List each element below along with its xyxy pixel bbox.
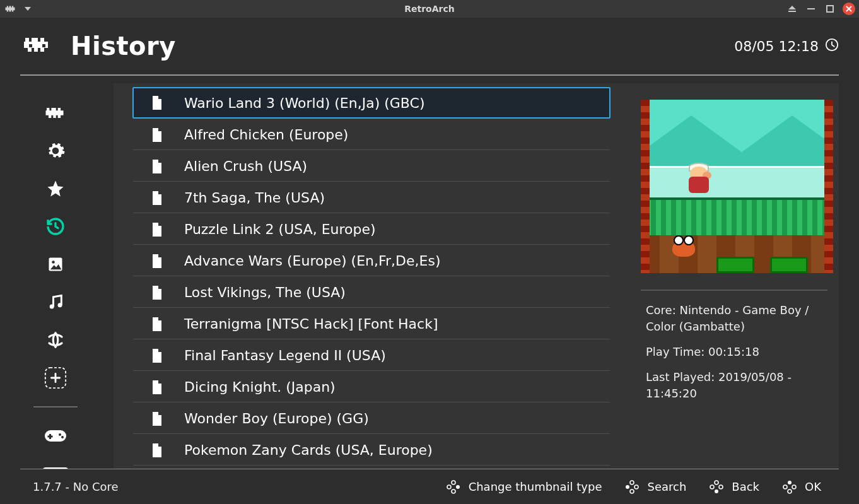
- svg-point-21: [456, 485, 460, 489]
- svg-point-34: [788, 489, 792, 493]
- file-icon: [151, 286, 163, 300]
- history-row-label: 7th Saga, The (USA): [184, 190, 325, 206]
- history-row-label: Wonder Boy (Europe) (GG): [184, 411, 369, 426]
- svg-point-32: [783, 485, 787, 489]
- detail-playtime: Play Time: 00:15:18: [646, 344, 822, 360]
- detail-lastplayed: Last Played: 2019/05/08 - 11:45:20: [646, 369, 822, 402]
- header: History 08/05 12:18: [20, 18, 839, 74]
- svg-rect-3: [42, 44, 45, 47]
- page-title: History: [71, 32, 176, 61]
- sidebar-item-history[interactable]: [37, 217, 74, 236]
- window-title: RetroArch: [0, 4, 859, 14]
- sidebar-item-main-menu[interactable]: [37, 103, 74, 122]
- history-row[interactable]: Terranigma [NTSC Hack] [Font Hack]: [132, 308, 611, 339]
- action-label: Change thumbnail type: [469, 480, 602, 493]
- svg-point-28: [710, 485, 714, 489]
- svg-point-19: [452, 481, 455, 484]
- history-row[interactable]: Alfred Chicken (Europe): [132, 119, 611, 150]
- titlebar-up-icon[interactable]: [786, 3, 798, 15]
- file-icon: [151, 160, 163, 173]
- svg-point-31: [788, 481, 792, 484]
- svg-point-6: [52, 261, 55, 264]
- maximize-icon[interactable]: [824, 3, 836, 15]
- sidebar-item-images[interactable]: [37, 255, 74, 274]
- details-panel: Core: Nintendo - Game Boy / Color (Gamba…: [629, 83, 839, 469]
- sidebar-playlist-handheld[interactable]: [37, 464, 74, 469]
- retroarch-logo-icon: [20, 33, 54, 59]
- file-icon: [151, 317, 163, 331]
- svg-point-8: [57, 303, 62, 307]
- history-row[interactable]: Puzzle Link 2 (USA, Europe): [132, 213, 611, 245]
- detail-core: Core: Nintendo - Game Boy / Color (Gamba…: [646, 302, 822, 335]
- thumbnail: [641, 100, 833, 273]
- svg-point-29: [719, 485, 723, 489]
- svg-point-14: [61, 436, 64, 438]
- history-row-label: Wario Land 3 (World) (En,Ja) (GBC): [184, 95, 425, 111]
- history-row-label: Lost Vikings, The (USA): [184, 284, 346, 300]
- history-row[interactable]: Wario Land 3 (World) (En,Ja) (GBC): [132, 87, 611, 119]
- history-row-label: Pokemon Zany Cards (USA, Europe): [184, 442, 433, 458]
- svg-point-24: [626, 485, 629, 489]
- history-row[interactable]: Dicing Knight. (Japan): [132, 371, 611, 402]
- svg-point-25: [634, 485, 638, 489]
- sidebar-item-netplay[interactable]: [37, 331, 74, 349]
- svg-rect-12: [47, 436, 52, 438]
- file-icon: [151, 128, 163, 142]
- action-ok[interactable]: OK: [782, 479, 821, 495]
- clock-icon: [825, 38, 839, 55]
- sidebar-item-add[interactable]: [37, 368, 74, 387]
- main-panel: Wario Land 3 (World) (En,Ja) (GBC)Alfred…: [114, 83, 839, 469]
- svg-point-33: [792, 485, 796, 489]
- svg-point-23: [630, 481, 634, 484]
- file-icon: [151, 191, 163, 205]
- history-row[interactable]: Advance Wars (Europe) (En,Fr,De,Es): [132, 245, 611, 276]
- minimize-icon[interactable]: [805, 3, 817, 15]
- svg-point-22: [452, 489, 455, 493]
- file-icon: [151, 380, 163, 394]
- sidebar-playlist-gamepad[interactable]: [37, 426, 74, 445]
- history-row[interactable]: Lost Vikings, The (USA): [132, 276, 611, 308]
- sidebar: [13, 83, 98, 469]
- action-label: Search: [647, 480, 686, 493]
- history-row-label: Advance Wars (Europe) (En,Fr,De,Es): [184, 253, 440, 269]
- action-label: OK: [805, 480, 821, 493]
- sidebar-item-music[interactable]: [37, 293, 74, 312]
- action-search[interactable]: Search: [624, 479, 686, 495]
- button-cluster-icon: [624, 479, 640, 495]
- file-icon: [151, 443, 163, 457]
- action-label: Back: [732, 480, 759, 493]
- close-icon[interactable]: [843, 3, 855, 15]
- history-row-label: Terranigma [NTSC Hack] [Font Hack]: [184, 316, 438, 332]
- header-divider: [20, 74, 839, 76]
- file-icon: [151, 96, 163, 110]
- details-divider: [641, 290, 827, 291]
- svg-point-7: [49, 305, 54, 309]
- action-change-thumbnail[interactable]: Change thumbnail type: [446, 479, 602, 495]
- history-row-label: Puzzle Link 2 (USA, Europe): [184, 221, 376, 237]
- file-icon: [151, 223, 163, 237]
- datetime: 08/05 12:18: [734, 38, 819, 54]
- history-row[interactable]: Alien Crush (USA): [132, 150, 611, 182]
- sidebar-item-favorites[interactable]: [37, 179, 74, 198]
- action-back[interactable]: Back: [709, 479, 759, 495]
- history-row[interactable]: Pokemon Zany Cards (USA, Europe): [132, 434, 611, 466]
- history-row-label: Alien Crush (USA): [184, 158, 307, 174]
- button-cluster-icon: [782, 479, 797, 495]
- sidebar-item-settings[interactable]: [37, 141, 74, 160]
- file-icon: [151, 254, 163, 268]
- button-cluster-icon: [709, 479, 724, 495]
- history-row-label: Dicing Knight. (Japan): [184, 379, 336, 395]
- svg-point-27: [715, 481, 718, 484]
- svg-point-20: [447, 485, 451, 489]
- svg-point-30: [715, 489, 718, 493]
- history-row[interactable]: Final Fantasy Legend II (USA): [132, 339, 611, 371]
- svg-rect-2: [29, 44, 32, 47]
- history-row[interactable]: 7th Saga, The (USA): [132, 182, 611, 213]
- history-row-label: Final Fantasy Legend II (USA): [184, 348, 386, 363]
- svg-rect-1: [827, 6, 833, 12]
- history-row[interactable]: Wonder Boy (Europe) (GG): [132, 402, 611, 434]
- status-text: 1.7.7 - No Core: [20, 480, 119, 493]
- svg-point-13: [59, 433, 61, 436]
- file-icon: [151, 412, 163, 426]
- file-icon: [151, 349, 163, 363]
